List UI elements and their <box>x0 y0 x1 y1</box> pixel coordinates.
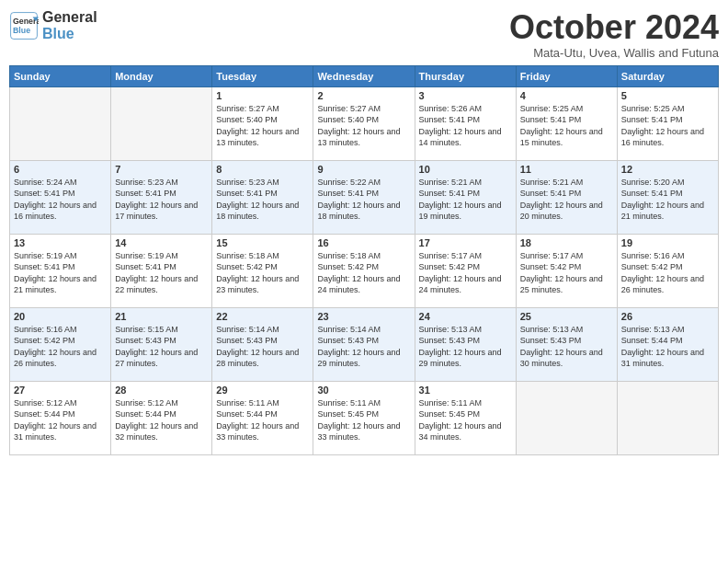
week-row-2: 6Sunrise: 5:24 AM Sunset: 5:41 PM Daylig… <box>10 160 719 234</box>
day-info: Sunrise: 5:25 AM Sunset: 5:41 PM Dayligh… <box>621 103 714 149</box>
day-info: Sunrise: 5:23 AM Sunset: 5:41 PM Dayligh… <box>115 177 208 223</box>
day-number: 11 <box>520 164 613 175</box>
cell-day-15: 15Sunrise: 5:18 AM Sunset: 5:42 PM Dayli… <box>212 234 313 307</box>
cell-day-20: 20Sunrise: 5:16 AM Sunset: 5:42 PM Dayli… <box>10 307 111 381</box>
cell-day-11: 11Sunrise: 5:21 AM Sunset: 5:41 PM Dayli… <box>516 160 617 234</box>
logo: General Blue General Blue <box>9 9 97 41</box>
day-info: Sunrise: 5:23 AM Sunset: 5:41 PM Dayligh… <box>216 177 309 223</box>
day-number: 22 <box>216 311 309 322</box>
cell-day-18: 18Sunrise: 5:17 AM Sunset: 5:42 PM Dayli… <box>516 234 617 307</box>
col-wednesday: Wednesday <box>313 65 415 86</box>
cell-day-10: 10Sunrise: 5:21 AM Sunset: 5:41 PM Dayli… <box>415 160 516 234</box>
day-info: Sunrise: 5:21 AM Sunset: 5:41 PM Dayligh… <box>419 177 512 223</box>
cell-day-6: 6Sunrise: 5:24 AM Sunset: 5:41 PM Daylig… <box>10 160 111 234</box>
col-sunday: Sunday <box>10 65 111 86</box>
day-number: 30 <box>317 385 410 396</box>
day-info: Sunrise: 5:14 AM Sunset: 5:43 PM Dayligh… <box>317 324 410 370</box>
day-info: Sunrise: 5:19 AM Sunset: 5:41 PM Dayligh… <box>115 250 208 296</box>
logo-icon: General Blue <box>9 11 39 40</box>
day-number: 24 <box>419 311 512 322</box>
cell-day-2: 2Sunrise: 5:27 AM Sunset: 5:40 PM Daylig… <box>313 86 415 160</box>
day-info: Sunrise: 5:13 AM Sunset: 5:43 PM Dayligh… <box>419 324 512 370</box>
day-number: 26 <box>621 311 714 322</box>
day-number: 21 <box>115 311 208 322</box>
cell-day-9: 9Sunrise: 5:22 AM Sunset: 5:41 PM Daylig… <box>313 160 415 234</box>
day-info: Sunrise: 5:12 AM Sunset: 5:44 PM Dayligh… <box>14 397 107 443</box>
day-number: 27 <box>14 385 107 396</box>
month-title: October 2024 <box>509 9 719 46</box>
cell-day-28: 28Sunrise: 5:12 AM Sunset: 5:44 PM Dayli… <box>111 381 212 454</box>
cell-day-14: 14Sunrise: 5:19 AM Sunset: 5:41 PM Dayli… <box>111 234 212 307</box>
day-number: 7 <box>115 164 208 175</box>
title-block: October 2024 Mata-Utu, Uvea, Wallis and … <box>509 9 719 60</box>
day-info: Sunrise: 5:18 AM Sunset: 5:42 PM Dayligh… <box>317 250 410 296</box>
cell-day-29: 29Sunrise: 5:11 AM Sunset: 5:44 PM Dayli… <box>212 381 313 454</box>
day-number: 13 <box>14 237 107 248</box>
day-number: 15 <box>216 237 309 248</box>
cell-day-16: 16Sunrise: 5:18 AM Sunset: 5:42 PM Dayli… <box>313 234 415 307</box>
page-header: General Blue General Blue October 2024 M… <box>9 9 719 60</box>
day-info: Sunrise: 5:17 AM Sunset: 5:42 PM Dayligh… <box>419 250 512 296</box>
day-info: Sunrise: 5:12 AM Sunset: 5:44 PM Dayligh… <box>115 397 208 443</box>
day-info: Sunrise: 5:11 AM Sunset: 5:44 PM Dayligh… <box>216 397 309 443</box>
day-number: 14 <box>115 237 208 248</box>
week-row-1: 1Sunrise: 5:27 AM Sunset: 5:40 PM Daylig… <box>10 86 719 160</box>
cell-day-24: 24Sunrise: 5:13 AM Sunset: 5:43 PM Dayli… <box>415 307 516 381</box>
cell-day-21: 21Sunrise: 5:15 AM Sunset: 5:43 PM Dayli… <box>111 307 212 381</box>
day-number: 6 <box>14 164 107 175</box>
col-monday: Monday <box>111 65 212 86</box>
col-tuesday: Tuesday <box>212 65 313 86</box>
cell-day-empty <box>10 86 111 160</box>
day-info: Sunrise: 5:24 AM Sunset: 5:41 PM Dayligh… <box>14 177 107 223</box>
cell-day-22: 22Sunrise: 5:14 AM Sunset: 5:43 PM Dayli… <box>212 307 313 381</box>
cell-day-23: 23Sunrise: 5:14 AM Sunset: 5:43 PM Dayli… <box>313 307 415 381</box>
day-number: 19 <box>621 237 714 248</box>
day-number: 12 <box>621 164 714 175</box>
cell-day-12: 12Sunrise: 5:20 AM Sunset: 5:41 PM Dayli… <box>617 160 718 234</box>
cell-day-27: 27Sunrise: 5:12 AM Sunset: 5:44 PM Dayli… <box>10 381 111 454</box>
day-info: Sunrise: 5:19 AM Sunset: 5:41 PM Dayligh… <box>14 250 107 296</box>
cell-day-4: 4Sunrise: 5:25 AM Sunset: 5:41 PM Daylig… <box>516 86 617 160</box>
cell-day-26: 26Sunrise: 5:13 AM Sunset: 5:44 PM Dayli… <box>617 307 718 381</box>
day-number: 18 <box>520 237 613 248</box>
day-info: Sunrise: 5:16 AM Sunset: 5:42 PM Dayligh… <box>621 250 714 296</box>
col-friday: Friday <box>516 65 617 86</box>
week-row-3: 13Sunrise: 5:19 AM Sunset: 5:41 PM Dayli… <box>10 234 719 307</box>
day-info: Sunrise: 5:27 AM Sunset: 5:40 PM Dayligh… <box>216 103 309 149</box>
day-number: 10 <box>419 164 512 175</box>
cell-day-empty <box>617 381 718 454</box>
col-saturday: Saturday <box>617 65 718 86</box>
cell-day-30: 30Sunrise: 5:11 AM Sunset: 5:45 PM Dayli… <box>313 381 415 454</box>
cell-day-empty <box>516 381 617 454</box>
day-number: 25 <box>520 311 613 322</box>
svg-text:Blue: Blue <box>13 26 30 35</box>
cell-day-5: 5Sunrise: 5:25 AM Sunset: 5:41 PM Daylig… <box>617 86 718 160</box>
day-number: 8 <box>216 164 309 175</box>
cell-day-1: 1Sunrise: 5:27 AM Sunset: 5:40 PM Daylig… <box>212 86 313 160</box>
day-info: Sunrise: 5:16 AM Sunset: 5:42 PM Dayligh… <box>14 324 107 370</box>
cell-day-13: 13Sunrise: 5:19 AM Sunset: 5:41 PM Dayli… <box>10 234 111 307</box>
cell-day-19: 19Sunrise: 5:16 AM Sunset: 5:42 PM Dayli… <box>617 234 718 307</box>
cell-day-3: 3Sunrise: 5:26 AM Sunset: 5:41 PM Daylig… <box>415 86 516 160</box>
week-row-5: 27Sunrise: 5:12 AM Sunset: 5:44 PM Dayli… <box>10 381 719 454</box>
weekday-header-row: Sunday Monday Tuesday Wednesday Thursday… <box>10 65 719 86</box>
cell-day-7: 7Sunrise: 5:23 AM Sunset: 5:41 PM Daylig… <box>111 160 212 234</box>
day-info: Sunrise: 5:14 AM Sunset: 5:43 PM Dayligh… <box>216 324 309 370</box>
day-number: 17 <box>419 237 512 248</box>
cell-day-17: 17Sunrise: 5:17 AM Sunset: 5:42 PM Dayli… <box>415 234 516 307</box>
day-info: Sunrise: 5:21 AM Sunset: 5:41 PM Dayligh… <box>520 177 613 223</box>
day-info: Sunrise: 5:11 AM Sunset: 5:45 PM Dayligh… <box>317 397 410 443</box>
day-info: Sunrise: 5:13 AM Sunset: 5:44 PM Dayligh… <box>621 324 714 370</box>
day-number: 2 <box>317 90 410 101</box>
day-number: 5 <box>621 90 714 101</box>
cell-day-8: 8Sunrise: 5:23 AM Sunset: 5:41 PM Daylig… <box>212 160 313 234</box>
day-info: Sunrise: 5:26 AM Sunset: 5:41 PM Dayligh… <box>419 103 512 149</box>
cell-day-25: 25Sunrise: 5:13 AM Sunset: 5:43 PM Dayli… <box>516 307 617 381</box>
logo-text-blue: Blue <box>42 26 97 42</box>
day-info: Sunrise: 5:20 AM Sunset: 5:41 PM Dayligh… <box>621 177 714 223</box>
logo-text-general: General <box>42 9 97 26</box>
day-info: Sunrise: 5:11 AM Sunset: 5:45 PM Dayligh… <box>419 397 512 443</box>
day-number: 28 <box>115 385 208 396</box>
day-info: Sunrise: 5:18 AM Sunset: 5:42 PM Dayligh… <box>216 250 309 296</box>
day-info: Sunrise: 5:15 AM Sunset: 5:43 PM Dayligh… <box>115 324 208 370</box>
